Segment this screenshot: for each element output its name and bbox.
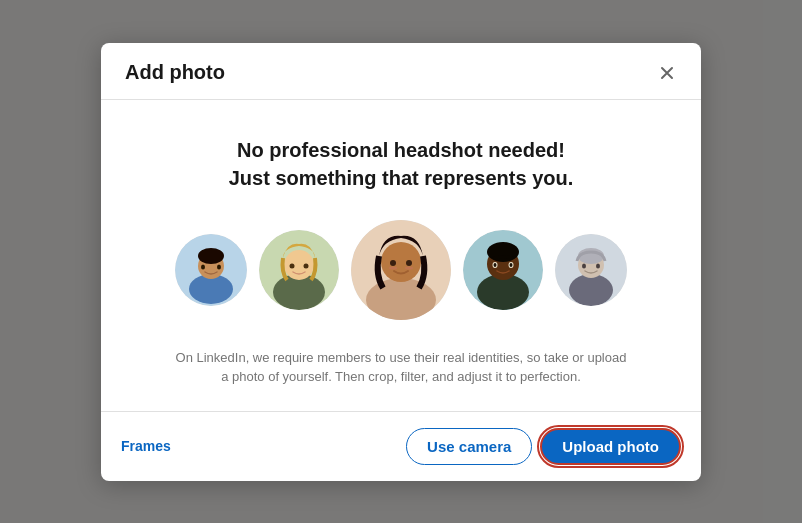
headline-line1: No professional headshot needed!: [229, 136, 574, 164]
avatar-3-svg: [351, 220, 451, 320]
footer-actions: Use camera Upload photo: [406, 428, 681, 465]
avatar-2-svg: [259, 230, 339, 310]
modal-title: Add photo: [125, 61, 225, 84]
avatar-4: [463, 230, 543, 310]
close-button[interactable]: [653, 59, 681, 87]
svg-point-21: [487, 242, 519, 262]
svg-point-5: [217, 264, 221, 269]
svg-point-13: [381, 242, 421, 282]
modal-body: No professional headshot needed! Just so…: [101, 100, 701, 411]
svg-point-14: [390, 260, 396, 266]
svg-point-30: [582, 263, 586, 268]
svg-point-31: [596, 263, 600, 268]
modal-footer: Frames Use camera Upload photo: [101, 411, 701, 481]
disclaimer-text: On LinkedIn, we require members to use t…: [171, 348, 631, 387]
avatars-row: [175, 220, 627, 320]
frames-link[interactable]: Frames: [121, 438, 171, 454]
svg-point-9: [290, 263, 295, 268]
svg-point-25: [510, 263, 513, 267]
svg-point-15: [406, 260, 412, 266]
modal-header: Add photo: [101, 43, 701, 100]
avatar-5-svg: [555, 234, 627, 306]
close-icon: [657, 63, 677, 83]
avatar-1-svg: [175, 234, 247, 306]
svg-point-17: [405, 266, 413, 269]
headline: No professional headshot needed! Just so…: [229, 136, 574, 192]
headline-line2: Just something that represents you.: [229, 164, 574, 192]
svg-point-16: [389, 266, 397, 269]
svg-point-29: [578, 248, 604, 264]
upload-photo-button[interactable]: Upload photo: [540, 428, 681, 465]
use-camera-button[interactable]: Use camera: [406, 428, 532, 465]
add-photo-modal: Add photo No professional headshot neede…: [101, 43, 701, 481]
svg-point-27: [569, 274, 613, 306]
avatar-2: [259, 230, 339, 310]
svg-point-24: [494, 263, 497, 267]
svg-point-8: [284, 250, 314, 280]
svg-point-4: [201, 264, 205, 269]
avatar-4-svg: [463, 230, 543, 310]
avatar-1: [175, 234, 247, 306]
modal-overlay: Add photo No professional headshot neede…: [0, 0, 802, 523]
avatar-5: [555, 234, 627, 306]
svg-point-3: [198, 248, 224, 264]
svg-point-10: [304, 263, 309, 268]
avatar-3: [351, 220, 451, 320]
svg-point-12: [366, 278, 436, 320]
